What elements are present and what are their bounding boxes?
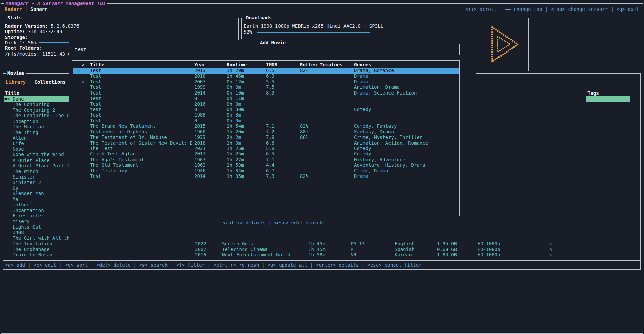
result-row[interactable]: Test19880h 3m [73,112,459,118]
cell-imdb: 5.9 [266,146,274,151]
cell-year: 2017 [194,151,206,157]
cell-year: 1946 [194,168,206,174]
add-movie-title: Add Movie [258,40,288,46]
cell-year: 2018 [194,73,206,79]
downloads-gauge-fill [257,32,370,33]
cell-year: 2021 [194,146,206,151]
monitored-icon: ✎ [549,241,552,247]
add-movie-rows: =>Test20131h 29m6.582%Drama, RomanceTest… [72,61,459,216]
search-value: test [75,44,86,55]
stats-title: Stats [6,15,23,21]
result-row[interactable]: The Testament of Dr. Mabuse19332h 2m7.98… [73,134,459,140]
result-row[interactable]: Crash Test Aglae20171h 25m6.5Comedy [73,151,459,157]
result-row[interactable]: Test00h 11m [73,96,459,101]
cell-genres: Drama [354,73,368,79]
cell-genres: Animation, Action, Romance [354,140,428,146]
cell-imdb: 4.4 [266,162,274,168]
result-row[interactable]: The Test20211h 25m5.9Comedy [73,146,459,151]
tab-radarr[interactable]: Radarr [5,6,22,12]
cell-imdb: 6.7 [266,168,274,174]
cell-rt: 88% [300,129,308,135]
add-movie-popup: Add Movie test ✔ Title Year Runtime IMDB… [69,40,476,241]
cell-title: Test [90,84,192,90]
cell-year: 2013 [194,68,206,74]
cell-runtime: 0h 12m [227,79,244,85]
cell-runtime: 1h 45m [308,247,326,252]
cell-title: Testament of Orpheus [90,129,192,135]
cell-title: The Old Testament [90,162,192,168]
storage-label: Storage: [5,35,28,40]
cell-year: 1967 [194,157,206,163]
cell-rt: 82% [300,123,308,129]
result-row[interactable]: Testament of Orpheus19601h 20m7.288%Fant… [73,129,459,135]
cell-year: 2007 [194,79,206,85]
cell-genres: Comedy [354,151,371,157]
result-row[interactable]: Test19990h 0m7.5Animation, Drama [73,84,459,90]
cell-year: 0 [194,118,197,124]
result-row[interactable]: =>Test20131h 29m6.582%Drama, Romance [73,68,459,74]
cell-certification: NR [351,252,356,258]
root-folder-value: /nfs/movies: 11511.43 GB [5,51,73,57]
result-row[interactable]: test00h 30mComedy [73,107,459,112]
disk-gauge-label: Disk 1: 56% [5,40,37,46]
servarr-tab-bar: Radarr │ Sonarr [5,6,47,12]
add-movie-help: <enter> details | <esc> edit search [223,220,323,225]
cell-runtime: 0h 0m [227,118,241,124]
cell-year: 0 [194,107,197,112]
cell-studio: Next Entertainment World [222,252,290,258]
cell-year: 2018 [194,140,206,146]
cell-genres: Crime, Drama [354,168,388,174]
result-row[interactable]: ✔Test20070h 12m5.5Drama [73,79,459,85]
managarr-logo-icon [485,24,523,65]
result-row[interactable]: Test20160h 3m [73,101,459,107]
result-row[interactable]: The Testament of Sister New Devil: Depar… [73,140,459,146]
cell-title: The Testament of Sister New Devil: Depar [90,140,192,146]
cell-language: Korean [395,252,412,258]
cell-year: 2014 [194,173,206,179]
cell-quality: HD-1080p [478,252,500,258]
cell-imdb: 7.2 [266,129,274,135]
version-value: 5.2.6.8376 [48,23,79,29]
cell-imdb: 7.1 [266,157,274,163]
result-row[interactable]: Test00h 0m [73,118,459,124]
version-row: Radarr Version: 5.2.6.8376 [5,23,79,29]
result-row[interactable]: The Brand New Testament20151h 54m7.182%C… [73,123,459,129]
cell-quality: HD-1080p [478,247,500,252]
tab-sonarr[interactable]: Sonarr [30,6,48,12]
keybindings-bar: <a> add | <e> edit | <o> sort | <del> de… [3,261,641,270]
cell-genres: Animation, Drama [354,84,400,90]
cell-title: Test [90,68,192,74]
cell-imdb: 5.5 [266,79,274,85]
cell-title: Test [90,173,192,179]
library-row: 2022Screen Gems1h 45mPG-13English1.95 GB… [3,241,640,247]
result-row[interactable]: Test20140h 10m8.3Drama, Science Fiction [73,90,459,96]
disk-gauge-fill [39,42,69,43]
cell-runtime: 1h 53m [227,162,244,168]
cell-runtime: 1h 0m [227,140,241,146]
global-keybindings: <↑↓> scroll | ←→ change tab | <tab> chan… [465,6,639,12]
result-row[interactable]: The Aga's Testament19671h 27m7.1History,… [73,157,459,163]
result-row[interactable]: The Old Testament19631h 53m4.4Adventure,… [73,162,459,168]
cell-certification: PG-13 [351,241,365,247]
cell-runtime: 1h 25m [227,151,244,157]
result-row[interactable]: Test20181h 46m6.3Drama [73,73,459,79]
result-row[interactable]: Test20141h 35m7.382%Drama [73,173,459,179]
cell-runtime: 0h 11m [227,96,244,101]
cell-runtime: 1h 58m [308,252,326,258]
cell-genres: Crime, Mystery, Thriller [354,134,422,140]
result-row[interactable]: The Testimony19461h 34m6.7Crime, Drama [73,168,459,174]
library-row: 2007Telecinco Cinema1h 45mRSpanish0.68 G… [3,247,640,252]
cell-title: The Aga's Testament [90,157,192,163]
cell-rt: 82% [300,68,308,74]
downloads-title: Downloads [244,15,273,21]
cell-imdb: 6.5 [266,151,274,157]
cell-year: 1999 [194,84,206,90]
cell-title: Test [90,118,192,124]
cell-genres: Comedy [354,146,371,151]
cell-genres: Comedy, Fantasy [354,123,397,129]
cell-title: Test [90,112,192,118]
cell-year: 2022 [195,241,206,247]
cell-genres: Drama, Science Fiction [354,90,417,96]
add-movie-results-table: ✔ Title Year Runtime IMDB Rotten Tomatoe… [72,60,460,216]
cell-year: 2015 [194,123,206,129]
